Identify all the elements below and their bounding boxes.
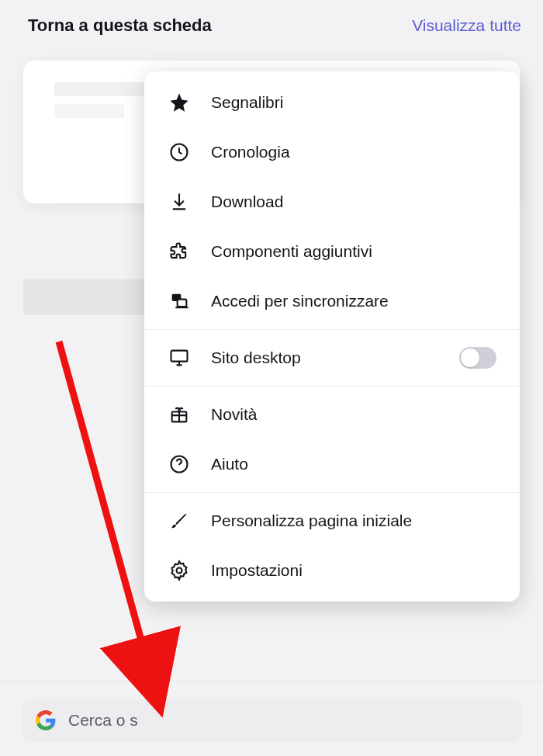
- svg-point-6: [177, 568, 182, 574]
- menu-item-history[interactable]: Cronologia: [144, 127, 520, 177]
- menu-label: Novità: [211, 405, 258, 424]
- search-bar[interactable]: Cerca o s: [22, 699, 521, 742]
- menu-item-settings[interactable]: Impostazioni: [144, 546, 520, 595]
- menu-label: Sito desktop: [211, 349, 301, 367]
- desktop-icon: [168, 346, 191, 369]
- menu-divider: [144, 386, 520, 387]
- section-title: Torna a questa scheda: [28, 16, 212, 36]
- blurred-content: [23, 279, 147, 315]
- download-icon: [168, 190, 191, 213]
- menu-label: Componenti aggiuntivi: [211, 242, 372, 261]
- menu-label: Segnalibri: [211, 93, 283, 112]
- blurred-content: [54, 82, 147, 96]
- clock-icon: [168, 140, 191, 164]
- menu-item-download[interactable]: Download: [144, 177, 520, 227]
- menu-label: Download: [211, 192, 283, 211]
- menu-label: Accedi per sincronizzare: [211, 292, 389, 310]
- menu-item-addons[interactable]: Componenti aggiuntivi: [144, 227, 520, 276]
- menu-item-whats-new[interactable]: Novità: [144, 390, 520, 439]
- divider: [0, 681, 543, 681]
- desktop-site-toggle[interactable]: [459, 347, 496, 369]
- menu-divider: [144, 492, 520, 493]
- svg-line-7: [59, 342, 155, 691]
- menu-item-desktop-site[interactable]: Sito desktop: [144, 333, 520, 383]
- sync-icon: [168, 290, 191, 313]
- help-icon: [168, 453, 191, 476]
- menu-item-customize-home[interactable]: Personalizza pagina iniziale: [144, 496, 520, 546]
- menu-label: Personalizza pagina iniziale: [211, 512, 412, 530]
- search-placeholder: Cerca o s: [68, 711, 138, 730]
- svg-rect-3: [171, 351, 188, 362]
- gear-icon: [168, 559, 191, 582]
- browser-menu: Segnalibri Cronologia Download Component…: [144, 71, 520, 602]
- gift-icon: [168, 403, 191, 426]
- svg-rect-2: [178, 300, 187, 307]
- puzzle-icon: [168, 240, 191, 263]
- menu-label: Cronologia: [211, 143, 290, 161]
- blurred-content: [54, 104, 124, 118]
- brush-icon: [168, 509, 191, 532]
- menu-item-bookmarks[interactable]: Segnalibri: [144, 78, 520, 127]
- view-all-link[interactable]: Visualizza tutte: [412, 16, 521, 35]
- menu-item-sync[interactable]: Accedi per sincronizzare: [144, 276, 520, 326]
- menu-item-help[interactable]: Aiuto: [144, 439, 520, 489]
- menu-divider: [144, 329, 520, 330]
- menu-label: Impostazioni: [211, 561, 303, 580]
- menu-label: Aiuto: [211, 455, 248, 473]
- star-icon: [168, 91, 191, 114]
- google-logo-icon: [36, 710, 56, 730]
